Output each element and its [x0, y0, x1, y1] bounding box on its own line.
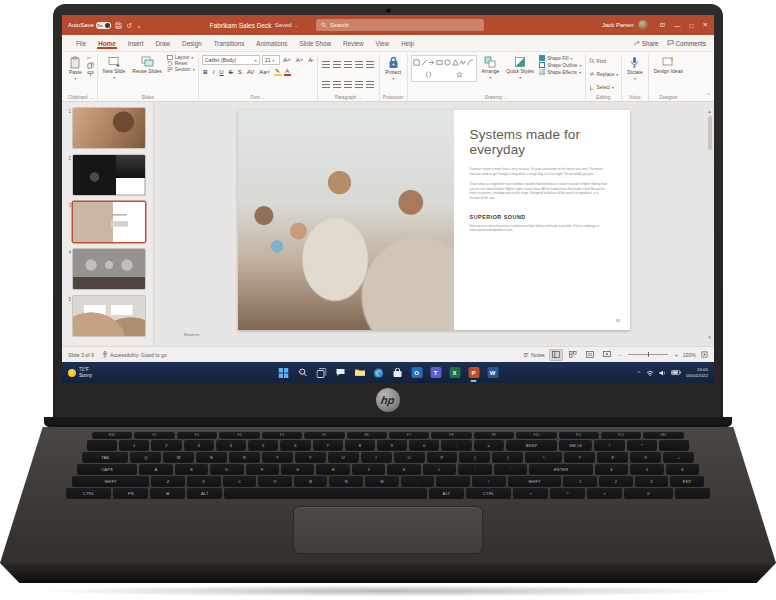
teams-button[interactable]: T: [430, 367, 442, 379]
ribbon-tab[interactable]: Transitions: [208, 37, 251, 49]
key-d[interactable]: D: [210, 464, 243, 474]
key-p[interactable]: P: [427, 452, 458, 462]
reuse-slides-button[interactable]: Reuse Slides: [130, 55, 163, 76]
key-m[interactable]: M: [365, 476, 399, 486]
quick-styles-button[interactable]: Quick Styles▾: [504, 55, 536, 81]
outlook-button[interactable]: O: [411, 367, 423, 379]
weather-widget[interactable]: 71°F Sunny: [68, 367, 92, 378]
ribbon-tab[interactable]: Draw: [149, 37, 176, 49]
zoom-level[interactable]: 100%: [683, 352, 696, 358]
key-alt[interactable]: ALT: [429, 488, 464, 498]
ribbon-options-icon[interactable]: ⊡: [660, 21, 665, 29]
key-2[interactable]: 2: [599, 476, 633, 486]
key-c[interactable]: C: [223, 476, 257, 486]
highlight-color-icon[interactable]: ✎: [274, 67, 282, 76]
slide-sorter-view-button[interactable]: [567, 350, 579, 360]
line-spacing-icon[interactable]: [366, 61, 374, 68]
excel-button[interactable]: X: [449, 367, 461, 379]
key-6[interactable]: 6: [666, 464, 699, 474]
key-2[interactable]: 2: [151, 440, 181, 450]
key-nm-lk[interactable]: NM LK: [559, 440, 592, 450]
align-center-icon[interactable]: [333, 81, 341, 88]
key-v[interactable]: V: [258, 476, 292, 486]
slide-thumbnail[interactable]: 2: [64, 155, 149, 195]
clear-format-icon[interactable]: A̷: [307, 57, 314, 63]
key-fn[interactable]: FN: [113, 488, 148, 498]
underline-button[interactable]: U: [218, 69, 225, 75]
key-f9[interactable]: F9: [474, 432, 514, 438]
new-slide-button[interactable]: New Slide▾: [101, 55, 128, 81]
indent-increase-icon[interactable]: [355, 61, 363, 68]
volume-icon[interactable]: [659, 370, 666, 376]
task-view-button[interactable]: [316, 367, 328, 379]
account-menu[interactable]: Jack Parten: [602, 20, 648, 30]
key-f4[interactable]: F4: [262, 432, 302, 438]
key-8[interactable]: 8: [345, 440, 375, 450]
key-u[interactable]: U: [328, 452, 359, 462]
char-spacing-icon[interactable]: AV: [245, 69, 256, 75]
tray-chevron-icon[interactable]: ⌃: [637, 370, 641, 376]
key--[interactable]: ,: [401, 476, 435, 486]
ribbon-tab[interactable]: Insert: [122, 37, 150, 49]
key--[interactable]: =: [474, 440, 504, 450]
key--[interactable]: \: [525, 452, 562, 462]
key--[interactable]: -: [441, 440, 471, 450]
key-8[interactable]: 8: [597, 452, 628, 462]
key-f2[interactable]: F2: [177, 432, 217, 438]
select-button[interactable]: Select▾: [589, 85, 619, 91]
key-ctrl[interactable]: CTRL: [466, 488, 511, 498]
accessibility-checker[interactable]: Accessibility: Good to go: [102, 351, 167, 358]
key-a[interactable]: A: [139, 464, 172, 474]
ribbon-tab[interactable]: Home: [92, 37, 122, 49]
key-1[interactable]: 1: [119, 440, 149, 450]
slideshow-view-button[interactable]: [601, 350, 613, 360]
key-k[interactable]: K: [387, 464, 420, 474]
key-7[interactable]: 7: [313, 440, 343, 450]
dialog-launcher-icon[interactable]: ⌄: [504, 95, 507, 100]
share-button[interactable]: Share: [634, 40, 659, 47]
key-l[interactable]: L: [423, 464, 456, 474]
file-explorer-button[interactable]: [354, 367, 366, 379]
autosave-toggle[interactable]: AutoSave On: [68, 22, 111, 29]
text-shadow-icon[interactable]: S: [236, 69, 243, 75]
vertical-scrollbar[interactable]: ▴ ▾: [706, 108, 713, 340]
search-input[interactable]: Search: [316, 19, 484, 31]
replace-button[interactable]: Replace▾: [589, 71, 619, 77]
format-painter-icon[interactable]: [87, 70, 94, 77]
ribbon-tab[interactable]: Animations: [250, 37, 293, 49]
restore-button[interactable]: □: [690, 22, 694, 29]
key-6[interactable]: 6: [280, 440, 310, 450]
key--[interactable]: *: [627, 440, 657, 450]
shrink-font-icon[interactable]: A˅: [294, 57, 305, 63]
fit-to-window-icon[interactable]: [701, 351, 708, 358]
key-z[interactable]: Z: [151, 476, 185, 486]
key-o[interactable]: O: [394, 452, 425, 462]
key-r[interactable]: R: [229, 452, 260, 462]
zoom-out-icon[interactable]: −: [618, 352, 621, 358]
taskbar-clock[interactable]: 16:00 05/04/2022: [686, 367, 708, 378]
zoom-slider-thumb[interactable]: [648, 352, 650, 357]
key--[interactable]: /: [594, 440, 624, 450]
key-y[interactable]: Y: [295, 452, 326, 462]
justify-icon[interactable]: [355, 81, 363, 88]
key-shift[interactable]: SHIFT: [508, 476, 562, 486]
key-4[interactable]: 4: [595, 464, 628, 474]
key-5[interactable]: 5: [630, 464, 663, 474]
key-f11[interactable]: F11: [559, 432, 599, 438]
more-commands-icon[interactable]: ⌄: [136, 22, 142, 29]
key-j[interactable]: J: [352, 464, 385, 474]
align-left-icon[interactable]: [322, 81, 330, 88]
key--[interactable]: [: [459, 452, 490, 462]
key-h[interactable]: H: [316, 464, 349, 474]
key-g[interactable]: G: [281, 464, 314, 474]
shapes-gallery[interactable]: [411, 55, 477, 82]
word-button[interactable]: W: [487, 367, 499, 379]
comments-button[interactable]: Comments: [667, 40, 706, 47]
shape-outline-button[interactable]: Shape Outline▾: [539, 62, 581, 68]
key-t[interactable]: T: [262, 452, 293, 462]
dialog-launcher-icon[interactable]: ⌄: [358, 95, 361, 100]
key--[interactable]: ': [494, 464, 527, 474]
notes-button[interactable]: Notes: [523, 352, 545, 358]
key-f5[interactable]: F5: [304, 432, 344, 438]
store-button[interactable]: [392, 367, 404, 379]
